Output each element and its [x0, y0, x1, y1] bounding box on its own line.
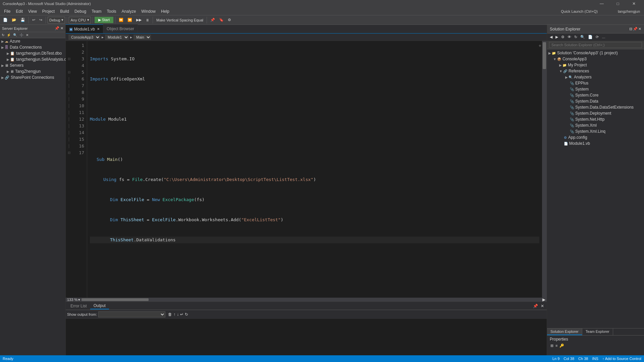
add-code-button[interactable]: +	[539, 43, 541, 48]
prop-tb-grid[interactable]: ⊞	[550, 343, 554, 349]
close-button[interactable]: ✕	[627, 0, 641, 7]
menu-build[interactable]: Build	[57, 8, 72, 14]
tab-error-list[interactable]: Error List	[67, 303, 90, 309]
sol-item-consoleapp3[interactable]: ▼ 📦 ConsoleApp3	[547, 56, 644, 62]
sol-tab-solution-explorer[interactable]: Solution Explorer	[547, 328, 582, 335]
sol-item-system-xml-linq[interactable]: 📎 System.Xml.Linq	[547, 128, 644, 134]
start-button[interactable]: ▶ Start	[95, 17, 113, 23]
se-item-sharepoint[interactable]: ▶ 🔗 SharePoint Connections	[0, 74, 65, 80]
sol-item-app-config[interactable]: ⚙ App.config	[547, 134, 644, 140]
tab-output[interactable]: Output	[90, 303, 109, 309]
toolbar-btn1[interactable]: ⏩	[117, 17, 125, 23]
editor-scroll-thumb-v[interactable]	[543, 42, 546, 69]
cpu-dropdown[interactable]: Any CPU ▾	[69, 17, 91, 23]
sol-item-system-deployment[interactable]: 📎 System.Deployment	[547, 110, 644, 116]
sol-tb-back[interactable]: ◀	[548, 34, 554, 40]
sol-tb-sync[interactable]: ⟳	[594, 34, 600, 40]
gutter-collapse-3[interactable]: ⊟	[66, 56, 72, 62]
sol-tab-team-explorer[interactable]: Team Explorer	[582, 328, 613, 335]
maximize-button[interactable]: □	[610, 0, 625, 7]
editor-vertical-scrollbar[interactable]	[542, 41, 547, 298]
output-wrap[interactable]: ↵	[180, 312, 183, 317]
toolbar-undo[interactable]: ↩	[31, 17, 37, 23]
toolbar-save[interactable]: 💾	[19, 17, 27, 23]
se-add[interactable]: ➕	[18, 33, 24, 37]
tab-module1vb[interactable]: ▣ Module1.vb ✕	[66, 24, 103, 33]
sol-explorer-collapse-all[interactable]: ⊟	[629, 27, 632, 31]
toolbar-btn4[interactable]: ⏸	[144, 17, 151, 23]
se-item-dbtest[interactable]: ▶ 📋 tangzhengjun.DbTest.dbo	[0, 50, 65, 56]
se-delete[interactable]: ✕	[25, 33, 30, 37]
menu-project[interactable]: Project	[40, 8, 57, 14]
gutter-collapse-end[interactable]: ⊟	[66, 149, 72, 156]
output-clear[interactable]: 🗑	[168, 312, 172, 317]
server-explorer-close[interactable]: ✕	[60, 26, 63, 31]
scroll-right-arrow[interactable]: ▶	[541, 297, 547, 302]
sol-item-system-data-dse[interactable]: 📎 System.Data.DataSetExtensions	[547, 104, 644, 110]
toolbar-open[interactable]: 📂	[10, 17, 18, 23]
scroll-thumb-h[interactable]	[82, 298, 149, 301]
prop-tb-sort[interactable]: 🔑	[559, 343, 565, 349]
menu-file[interactable]: File	[1, 8, 13, 14]
toolbar-extra2[interactable]: 🔖	[217, 17, 225, 23]
sol-item-epplus[interactable]: 📎 EPPlus	[547, 80, 644, 86]
sol-explorer-pin[interactable]: 📌	[633, 27, 638, 31]
zoom-down[interactable]: ▾	[78, 298, 80, 302]
output-refresh[interactable]: ↻	[185, 312, 188, 317]
output-close[interactable]: ✕	[539, 304, 545, 308]
menu-tools[interactable]: Tools	[104, 8, 119, 14]
menu-view[interactable]: View	[25, 8, 40, 14]
se-item-data-connections[interactable]: ▶ 🗄 Data Connections	[0, 44, 65, 50]
tab-object-browser[interactable]: Object Browser	[103, 24, 138, 33]
sol-tb-refresh[interactable]: ↻	[573, 34, 579, 40]
sol-tb-properties[interactable]: ⚙	[560, 34, 566, 40]
show-output-from-select[interactable]	[98, 311, 165, 317]
tab-close-module1[interactable]: ✕	[97, 27, 100, 31]
sol-item-myproject[interactable]: ▶ 📁 My Project	[547, 62, 644, 68]
menu-edit[interactable]: Edit	[13, 8, 25, 14]
gutter-collapse-5[interactable]: ⊟	[66, 69, 72, 76]
sol-tb-more[interactable]: …	[600, 34, 607, 40]
sol-item-system-xml[interactable]: 📎 System.Xml	[547, 122, 644, 128]
se-filter[interactable]: 🔍	[12, 33, 18, 37]
toolbar-redo[interactable]: ↪	[38, 17, 44, 23]
se-connect[interactable]: ⚡	[6, 33, 12, 37]
sol-tb-showall[interactable]: 👁	[566, 34, 573, 40]
menu-analyze[interactable]: Analyze	[119, 8, 139, 14]
scroll-track-h[interactable]	[82, 298, 541, 302]
sol-item-module1vb[interactable]: 📄 Module1.vb	[547, 140, 644, 146]
toolbar-btn3[interactable]: ▶▶	[135, 17, 143, 23]
toolbar-extra3[interactable]: ⚙	[226, 17, 233, 23]
sol-item-analyzers[interactable]: ▶ 🔍 Analyzers	[547, 74, 644, 80]
output-pin[interactable]: 📌	[532, 304, 539, 308]
sol-item-solution[interactable]: ▶ 📁 Solution 'ConsoleApp3' (1 project)	[547, 50, 644, 56]
sol-tb-forward[interactable]: ▶	[554, 34, 559, 40]
se-item-sellanalysis[interactable]: ▶ 📋 tangzhengjun.SellAnalysis.dbo	[0, 56, 65, 62]
menu-team[interactable]: Team	[89, 8, 104, 14]
sol-tb-filter[interactable]: 🔍	[579, 34, 586, 40]
status-add-source[interactable]: ↑ Add to Source Control	[602, 357, 641, 361]
se-refresh[interactable]: ↻	[1, 33, 5, 37]
sol-item-system[interactable]: 📎 System	[547, 86, 644, 92]
menu-help[interactable]: Help	[158, 8, 172, 14]
se-item-tangzhengjun[interactable]: ▶ 🖥 TangZhengjun	[0, 68, 65, 74]
sol-tb-preview[interactable]: 📄	[587, 34, 594, 40]
breadcrumb-project[interactable]: ConsoleApp3	[68, 35, 100, 40]
output-btn1[interactable]: ↑	[173, 312, 175, 317]
menu-window[interactable]: Window	[139, 8, 158, 14]
toolbar-spacing[interactable]: Make Vertical Spacing Equal	[155, 17, 205, 23]
sol-item-references[interactable]: ▼ 🔗 References	[547, 68, 644, 74]
sol-item-system-net-http[interactable]: 📎 System.Net.Http	[547, 116, 644, 122]
minimize-button[interactable]: —	[594, 0, 609, 7]
sol-item-system-data[interactable]: 📎 System.Data	[547, 98, 644, 104]
toolbar-btn2[interactable]: ⏪	[126, 17, 134, 23]
editor-horizontal-scrollbar[interactable]: 133 % ▾ ▶	[66, 298, 547, 302]
toolbar-extra1[interactable]: 📌	[209, 17, 217, 23]
breadcrumb-module[interactable]: Module1	[105, 35, 129, 40]
debug-mode-dropdown[interactable]: Debug ▾	[48, 17, 65, 23]
se-item-servers[interactable]: ▶ 🖥 Servers	[0, 62, 65, 68]
sol-explorer-close[interactable]: ✕	[638, 27, 641, 31]
se-item-azure[interactable]: ▶ ☁ Azure	[0, 38, 65, 44]
output-btn2[interactable]: ↓	[177, 312, 179, 317]
sol-search-input[interactable]	[549, 42, 642, 48]
